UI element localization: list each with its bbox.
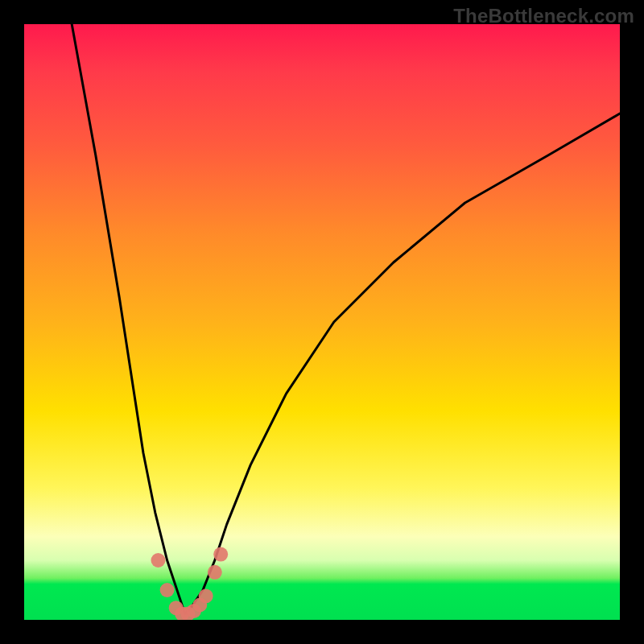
curve-sample-dot bbox=[208, 565, 222, 580]
curve-sample-dot bbox=[199, 588, 213, 603]
curve-sample-dots bbox=[151, 547, 229, 620]
plot-area bbox=[24, 24, 620, 620]
chart-svg bbox=[24, 24, 620, 620]
bottleneck-curve bbox=[72, 24, 620, 614]
chart-frame: TheBottleneck.com bbox=[0, 0, 644, 644]
curve-sample-dot bbox=[213, 547, 228, 562]
curve-sample-dot bbox=[160, 583, 175, 597]
curve-sample-dot bbox=[151, 553, 166, 568]
